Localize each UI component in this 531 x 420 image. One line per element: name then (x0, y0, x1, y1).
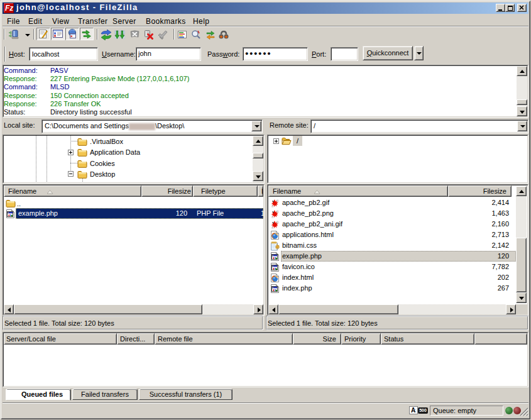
svg-text:Fz: Fz (5, 4, 13, 13)
